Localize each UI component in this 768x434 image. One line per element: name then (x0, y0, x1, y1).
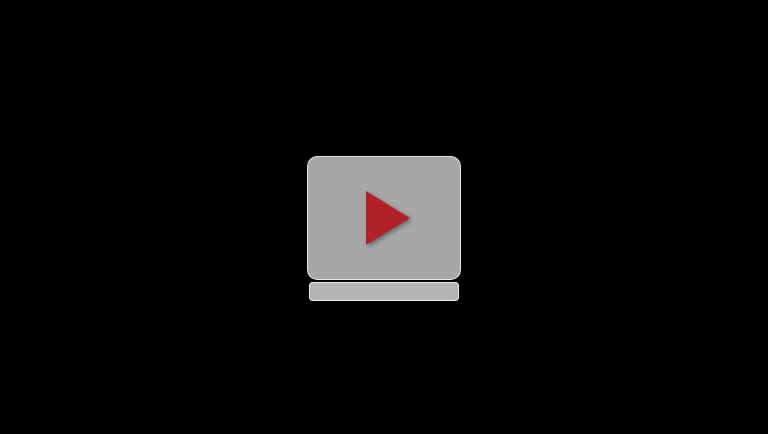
quote-header (0, 0, 768, 22)
chart-application-window (0, 0, 768, 434)
play-icon[interactable] (366, 191, 410, 245)
video-overlay[interactable] (307, 156, 461, 280)
video-time-badge[interactable] (309, 282, 459, 301)
